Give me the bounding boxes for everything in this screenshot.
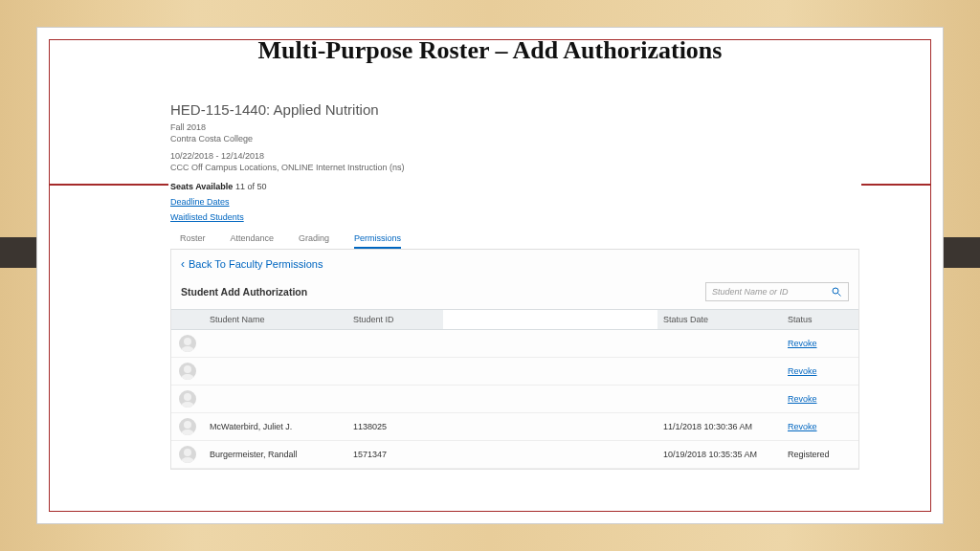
cell-student-id xyxy=(347,339,443,348)
col-status: Status xyxy=(782,310,858,329)
avatar xyxy=(179,418,196,435)
search-input[interactable]: Student Name or ID xyxy=(705,282,849,301)
svg-point-0 xyxy=(833,288,838,294)
avatar xyxy=(179,335,196,352)
revoke-link[interactable]: Revoke xyxy=(788,366,817,376)
tab-roster[interactable]: Roster xyxy=(180,230,206,249)
tab-attendance[interactable]: Attendance xyxy=(231,230,275,249)
tab-permissions[interactable]: Permissions xyxy=(354,230,401,249)
cell-status-date: 11/1/2018 10:30:36 AM xyxy=(657,417,782,436)
binder-clip-left xyxy=(0,237,36,268)
cell-student-name xyxy=(204,394,347,404)
cell-student-name xyxy=(204,339,347,348)
revoke-link[interactable]: Revoke xyxy=(788,394,817,404)
col-status-date: Status Date xyxy=(657,310,782,329)
course-term: Fall 2018 xyxy=(170,121,859,133)
search-placeholder: Student Name or ID xyxy=(712,287,789,297)
table-header: Student Name Student ID Status Date Stat… xyxy=(171,309,858,330)
cell-status-date xyxy=(657,394,782,404)
permissions-panel: ‹ Back To Faculty Permissions Student Ad… xyxy=(170,250,859,470)
table-row: Revoke xyxy=(171,386,858,413)
table-row: McWaterbird, Juliet J.113802511/1/2018 1… xyxy=(171,413,858,441)
tab-grading[interactable]: Grading xyxy=(299,230,329,249)
tabs: Roster Attendance Grading Permissions xyxy=(170,230,859,250)
cell-student-id xyxy=(347,394,443,404)
status-registered: Registered xyxy=(788,450,830,459)
chevron-left-icon: ‹ xyxy=(181,257,185,271)
cell-student-id: 1138025 xyxy=(347,417,443,436)
table-row: Revoke xyxy=(171,330,858,358)
roster-screenshot: HED-115-1440: Applied Nutrition Fall 201… xyxy=(170,101,859,470)
cell-student-name: Burgermeister, Randall xyxy=(204,445,347,464)
col-student-name: Student Name xyxy=(204,310,347,329)
table-row: Revoke xyxy=(171,358,858,386)
cell-student-id: 1571347 xyxy=(347,445,443,464)
deadline-dates-link[interactable]: Deadline Dates xyxy=(170,197,230,207)
rule-left xyxy=(50,184,168,186)
cell-status-date xyxy=(657,366,782,376)
back-label: Back To Faculty Permissions xyxy=(189,258,323,270)
cell-student-id xyxy=(347,366,443,376)
course-title: HED-115-1440: Applied Nutrition xyxy=(170,101,859,118)
svg-line-1 xyxy=(838,293,841,296)
seats-label: Seats Available xyxy=(170,182,233,191)
course-location: CCC Off Campus Locations, ONLINE Interne… xyxy=(170,162,859,173)
binder-clip-right xyxy=(944,237,980,268)
cell-student-name xyxy=(204,366,347,376)
avatar xyxy=(179,446,196,463)
seats-value: 11 of 50 xyxy=(235,182,267,191)
search-icon xyxy=(831,286,842,298)
revoke-link[interactable]: Revoke xyxy=(788,422,817,431)
course-dates: 10/22/2018 - 12/14/2018 xyxy=(170,150,859,162)
panel-heading: Student Add Authorization xyxy=(181,286,307,298)
cell-student-name: McWaterbird, Juliet J. xyxy=(204,417,347,436)
course-college: Contra Costa College xyxy=(170,133,859,144)
cell-status-date xyxy=(657,339,782,348)
revoke-link[interactable]: Revoke xyxy=(788,339,817,348)
avatar xyxy=(179,363,196,380)
slide-title: Multi-Purpose Roster – Add Authorization… xyxy=(0,36,980,65)
waitlisted-students-link[interactable]: Waitlisted Students xyxy=(170,212,244,222)
rule-right xyxy=(861,184,930,186)
back-faculty-permissions[interactable]: ‹ Back To Faculty Permissions xyxy=(171,250,858,278)
cell-status-date: 10/19/2018 10:35:35 AM xyxy=(657,445,782,464)
col-student-id: Student ID xyxy=(347,310,443,329)
seats-available: Seats Available 11 of 50 xyxy=(170,182,859,191)
table-row: Burgermeister, Randall157134710/19/2018 … xyxy=(171,441,858,469)
avatar xyxy=(179,390,196,408)
